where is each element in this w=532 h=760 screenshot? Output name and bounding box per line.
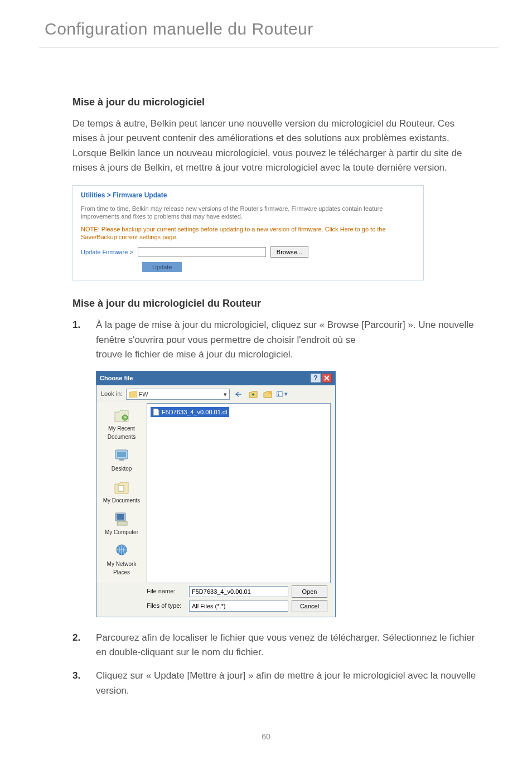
cancel-button[interactable]: Cancel [292, 600, 327, 612]
lookin-label: Look in: [101, 389, 123, 399]
list-item: 1. À la page de mise à jour du micrologi… [72, 318, 479, 362]
page-number: 60 [0, 732, 532, 741]
chevron-down-icon: ▾ [224, 390, 227, 399]
lookin-value: FW [139, 390, 148, 399]
fw-update-row: Update Firmware > Browse... [81, 246, 415, 258]
steps-list-cont: 2. Parcourez afin de localiser le fichie… [72, 631, 479, 698]
step-text: Cliquez sur « Update [Mettre à jour] » a… [96, 669, 479, 698]
sidebar-item-label: My Network Places [107, 561, 137, 575]
svg-rect-1 [277, 391, 282, 396]
open-button[interactable]: Open [292, 585, 327, 598]
step-number: 1. [72, 318, 84, 362]
step-number: 2. [72, 631, 84, 660]
desktop-icon [113, 448, 130, 463]
fw-panel-note: NOTE: Please backup your current setting… [81, 225, 415, 241]
view-menu-icon[interactable]: ▾ [277, 389, 288, 399]
svg-rect-4 [278, 395, 279, 396]
sidebar-item-label: My Computer [105, 529, 138, 535]
dialog-toolbar: Look in: FW ▾ ▾ [96, 385, 335, 403]
firmware-update-panel: Utilities > Firmware Update From time to… [72, 185, 424, 280]
sidebar-item-label: My Recent Documents [108, 425, 136, 440]
update-button[interactable]: Update [142, 262, 182, 272]
recent-icon [113, 408, 130, 423]
dialog-bottom: File name: Open Files of type: Cancel [96, 583, 335, 617]
section-heading-firmware: Mise à jour du micrologiciel [72, 95, 479, 110]
new-folder-icon[interactable] [262, 389, 273, 399]
back-icon[interactable] [233, 389, 244, 399]
browse-button[interactable]: Browse... [270, 246, 308, 258]
svg-rect-7 [117, 452, 126, 457]
steps-list: 1. À la page de mise à jour du micrologi… [72, 318, 479, 362]
sidebar-item-recent[interactable]: My Recent Documents [99, 406, 144, 444]
filetype-label: Files of type: [147, 601, 186, 611]
page-title: Configuration manuelle du Routeur [0, 0, 532, 47]
selected-file-name: F5D7633_4_v0.00.01.dl [162, 408, 227, 417]
mynet-icon [113, 543, 130, 559]
fw-panel-title: Utilities > Firmware Update [81, 191, 415, 200]
svg-rect-2 [278, 393, 279, 394]
fw-file-input[interactable] [138, 247, 266, 257]
list-item: 3. Cliquez sur « Update [Mettre à jour] … [72, 669, 479, 698]
section1-body: De temps à autre, Belkin peut lancer une… [72, 117, 479, 175]
mycomp-icon [113, 511, 130, 527]
sidebar-item-desktop[interactable]: Desktop [99, 447, 144, 476]
svg-rect-12 [117, 521, 127, 525]
step-number: 3. [72, 669, 84, 698]
mydocs-icon [113, 480, 130, 495]
sidebar-item-label: Desktop [112, 466, 132, 472]
folder-icon [129, 391, 137, 398]
dialog-titlebar: Choose file ? [96, 371, 335, 385]
dialog-body: My Recent Documents Desktop My Documents [96, 403, 335, 583]
file-icon [153, 408, 159, 416]
sidebar-item-mydocs[interactable]: My Documents [99, 478, 144, 508]
section-heading-router-fw: Mise à jour du micrologiciel du Routeur [72, 296, 479, 311]
up-folder-icon[interactable] [248, 389, 259, 399]
svg-rect-9 [118, 486, 124, 491]
step1-line1: À la page de mise à jour du micrologicie… [96, 320, 474, 345]
close-icon[interactable] [322, 374, 332, 383]
sidebar-item-label: My Documents [103, 497, 141, 504]
lookin-select[interactable]: FW ▾ [126, 389, 230, 400]
step-text: À la page de mise à jour du micrologicie… [96, 318, 479, 362]
dialog-sidebar: My Recent Documents Desktop My Documents [96, 403, 147, 583]
list-item: 2. Parcourez afin de localiser le fichie… [72, 631, 479, 660]
sidebar-item-mynet[interactable]: My Network Places [99, 542, 144, 580]
svg-point-0 [268, 391, 271, 394]
help-icon[interactable]: ? [311, 374, 321, 383]
svg-rect-3 [278, 394, 279, 395]
dialog-titlebar-buttons: ? [311, 374, 332, 383]
file-list-area[interactable]: F5D7633_4_v0.00.01.dl [147, 403, 331, 583]
main-content: Mise à jour du micrologiciel De temps à … [0, 47, 532, 698]
filename-label: File name: [147, 587, 186, 596]
choose-file-dialog: Choose file ? Look in: FW ▾ [96, 371, 336, 617]
dialog-title: Choose file [100, 374, 133, 383]
step1-line2: trouve le fichier de mise à jour du micr… [96, 349, 293, 360]
step-text: Parcourez afin de localiser le fichier q… [96, 631, 479, 660]
filename-input[interactable] [189, 586, 288, 597]
selected-file-item[interactable]: F5D7633_4_v0.00.01.dl [151, 407, 229, 418]
svg-rect-11 [117, 514, 124, 520]
fw-update-label: Update Firmware > [81, 248, 133, 256]
sidebar-item-mycomp[interactable]: My Computer [99, 510, 144, 540]
svg-rect-8 [119, 459, 124, 461]
filetype-select[interactable] [189, 601, 288, 612]
fw-panel-desc: From time to time, Belkin may release ne… [81, 205, 415, 221]
